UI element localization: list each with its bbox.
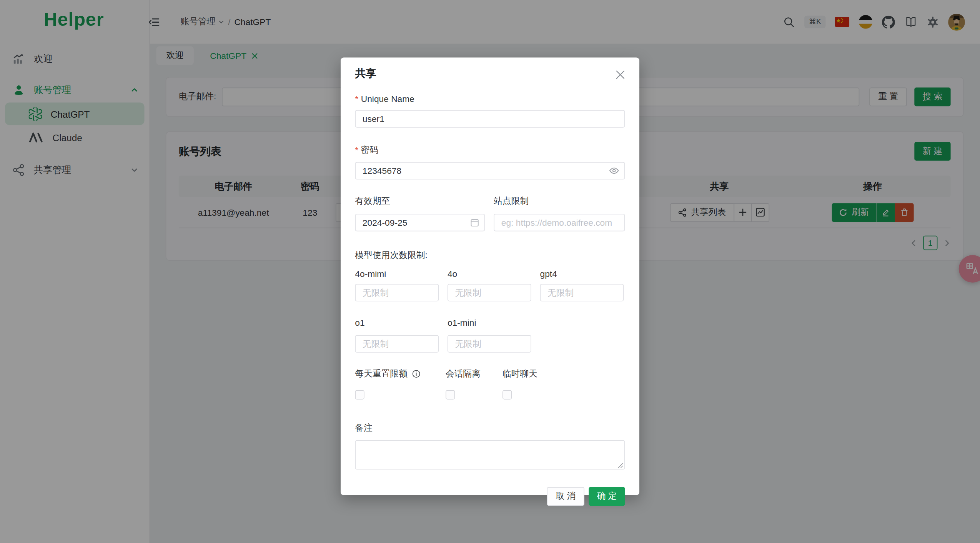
daily-reset-label: 每天重置限额 [355,368,446,380]
model-label-gpt4: gpt4 [540,269,624,279]
temp-chat-checkbox[interactable] [502,390,512,399]
password-label: * 密码 [355,145,625,156]
remark-textarea[interactable] [355,440,625,469]
model-limit-input-4o[interactable] [448,284,531,301]
model-inputs-row2 [355,335,625,353]
model-limit-input-gpt4[interactable] [540,284,624,301]
modal-title: 共享 [355,66,625,80]
info-icon[interactable] [412,370,421,378]
site-limit-wrap [494,214,625,232]
valid-until-wrap [355,214,485,232]
session-isolation-checkbox[interactable] [446,390,455,399]
unique-name-input[interactable] [355,110,625,128]
label-text: 每天重置限额 [355,368,408,380]
share-modal: 共享 * Unique Name * 密码 [341,58,639,495]
model-labels-row2: o1 o1-mini [355,318,625,328]
remark-wrap [355,440,625,472]
model-label-4o-mimi: 4o-mimi [355,269,439,279]
valid-until-label: 有效期至 [355,196,485,207]
required-mark: * [355,94,358,104]
modal-close-icon[interactable] [614,68,627,81]
model-inputs-row1 [355,284,625,301]
eye-icon[interactable] [609,165,619,176]
site-limit-input[interactable] [494,214,625,232]
modal-buttons: 取 消 确 定 [355,487,625,506]
session-isolation-label: 会话隔离 [446,368,502,380]
model-limits-title: 模型使用次数限制: [355,250,625,261]
checkbox-labels: 每天重置限额 会话隔离 临时聊天 [355,368,625,380]
model-labels-row1: 4o-mimi 4o gpt4 [355,269,625,279]
password-input[interactable] [355,162,625,180]
model-limit-input-4o-mimi[interactable] [355,284,439,301]
site-limit-label: 站点限制 [494,196,625,207]
model-label-o1-mini: o1-mini [448,318,531,328]
model-label-4o: 4o [448,269,531,279]
model-limit-input-o1[interactable] [355,335,439,353]
label-text: Unique Name [361,94,414,104]
unique-name-label: * Unique Name [355,94,625,104]
required-mark: * [355,145,358,155]
model-limit-input-o1-mini[interactable] [448,335,531,353]
valid-until-input[interactable] [355,214,485,232]
confirm-button[interactable]: 确 定 [589,487,625,506]
daily-reset-checkbox[interactable] [355,390,364,399]
date-site-labels: 有效期至 站点限制 [355,196,625,207]
unique-name-wrap [355,110,625,128]
temp-chat-label: 临时聊天 [502,368,625,380]
label-text: 密码 [361,145,379,156]
calendar-icon[interactable] [470,218,479,227]
page: Helper 欢迎 [0,0,980,543]
model-label-o1: o1 [355,318,439,328]
date-site-inputs [355,214,625,232]
cancel-button[interactable]: 取 消 [547,487,584,506]
checkbox-row [355,390,625,402]
password-wrap [355,162,625,180]
remark-label: 备注 [355,423,625,434]
